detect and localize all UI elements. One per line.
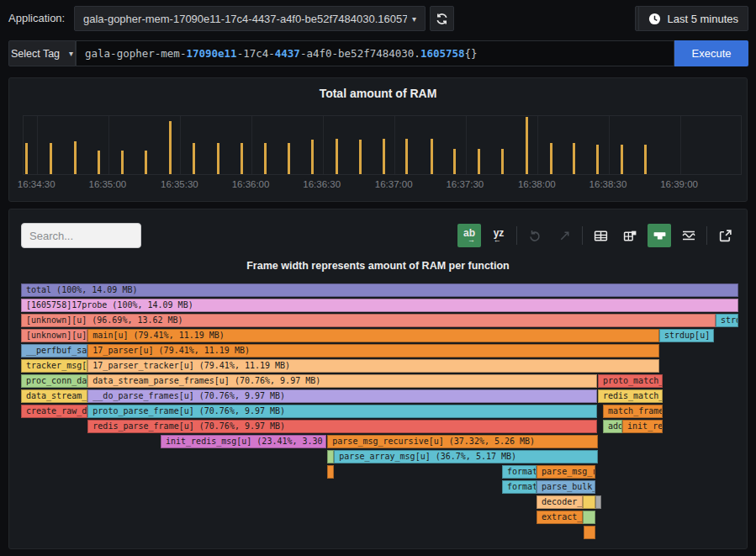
ram-spike: [501, 149, 504, 174]
flame-frame[interactable]: 17_parser[u] (79.41%, 11.19 MB): [87, 344, 659, 357]
query-token: {}: [465, 47, 478, 60]
ram-spike: [621, 145, 623, 174]
view-table-button[interactable]: [589, 224, 612, 247]
ram-spike: [193, 143, 195, 174]
time-range-button[interactable]: Last 5 minutes: [638, 6, 748, 31]
align-text-right-button[interactable]: yz ←: [487, 224, 510, 247]
flame-frame[interactable]: create_raw_dat: [21, 405, 87, 418]
x-axis-label: 16:34:30: [18, 179, 56, 189]
view-flamegraph-button[interactable]: [648, 224, 671, 247]
flame-frame[interactable]: proc_conn_data: [21, 374, 87, 388]
flame-frame[interactable]: parse_msg_re: [537, 465, 595, 479]
flame-frame[interactable]: init_redis_msg[u] (23.41%, 3.30 MB): [161, 435, 326, 448]
select-tag-label: Select Tag: [11, 48, 60, 60]
execute-button[interactable]: Execute: [674, 40, 748, 66]
flame-frame[interactable]: parse_array_msg[u] (36.7%, 5.17 MB): [334, 450, 598, 463]
flame-frame[interactable]: [327, 465, 334, 479]
ram-spike: [264, 143, 267, 174]
reset-focus-button[interactable]: [523, 224, 547, 247]
flame-frame[interactable]: init_re: [622, 420, 663, 433]
ram-spike: [550, 143, 552, 174]
x-axis-label: 16:36:00: [232, 179, 270, 189]
caret-down-icon: ▾: [412, 14, 416, 24]
application-dropdown-value: gala-gopher-mem-17090e11-17c4-4437-a4f0-…: [83, 13, 407, 25]
time-range-label: Last 5 minutes: [667, 13, 738, 25]
refresh-application-button[interactable]: [430, 6, 454, 31]
gridline: [609, 116, 610, 174]
flame-frame[interactable]: data_stream_parse_frames[u] (70.76%, 9.9…: [87, 374, 597, 388]
gridline: [37, 116, 38, 174]
ram-panel: Total amount of RAM 16:34:3016:35:0016:3…: [8, 77, 748, 202]
export-button[interactable]: [713, 224, 737, 247]
reset-sandwich-button[interactable]: [552, 224, 576, 247]
query-token-highlighted: 1605758: [420, 47, 465, 60]
gridline: [108, 116, 109, 174]
application-dropdown[interactable]: gala-gopher-mem-17090e11-17c4-4437-a4f0-…: [74, 6, 426, 31]
ram-spike: [573, 143, 575, 174]
ram-spike: [98, 151, 100, 174]
x-axis-label: 16:35:30: [161, 179, 198, 189]
ram-spike: [644, 145, 647, 174]
select-tag-button[interactable]: Select Tag ▾: [8, 40, 76, 66]
flame-frame[interactable]: strdup[u] (7: [659, 329, 714, 342]
toolbar-divider: [582, 226, 583, 245]
flame-frame[interactable]: format_: [502, 465, 537, 479]
ram-spike: [478, 149, 480, 174]
waves-icon: [681, 229, 696, 242]
flame-panel: ab → yz ←: [8, 209, 748, 549]
flame-frame[interactable]: tracker_msg[u]: [21, 359, 87, 373]
query-input[interactable]: gala-gopher-mem-17090e11-17c4-4437-a4f0-…: [76, 40, 674, 66]
clock-icon: [648, 13, 661, 25]
gridline: [180, 116, 181, 174]
flame-frame[interactable]: __perfbuf_samp: [21, 344, 87, 357]
flame-frame[interactable]: [327, 450, 334, 463]
flame-frame[interactable]: redis_match_f: [598, 389, 663, 403]
x-axis-label: 16:37:00: [375, 179, 413, 189]
flame-graph-icon: [653, 229, 667, 243]
flame-frame[interactable]: [1605758]17probe (100%, 14.09 MB): [21, 299, 738, 312]
ram-spike: [25, 143, 28, 174]
ram-spike: [50, 143, 52, 174]
flame-frame[interactable]: strd: [716, 314, 738, 327]
export-icon: [718, 229, 732, 243]
flame-frame[interactable]: redis_parse_frame[u] (70.76%, 9.97 MB): [87, 420, 597, 433]
align-text-left-button[interactable]: ab →: [457, 224, 481, 247]
flame-frame[interactable]: [583, 511, 595, 524]
gridline: [466, 116, 467, 174]
collapse-mode-button[interactable]: [677, 224, 700, 247]
view-both-button[interactable]: [618, 224, 642, 247]
flame-frame[interactable]: 17_parser_tracker[u] (79.41%, 11.19 MB): [87, 359, 659, 373]
flame-frame[interactable]: extract_pa: [537, 511, 583, 524]
flame-frame[interactable]: match_frames: [603, 405, 663, 418]
flame-graph-title: Frame width represents amount of RAM per…: [9, 260, 747, 272]
flame-frame[interactable]: total (100%, 14.09 MB): [21, 283, 738, 297]
flame-frame[interactable]: [unknown][u] (96.69%, 13.62 MB): [21, 314, 716, 327]
x-axis-label: 16:39:00: [660, 179, 698, 189]
ram-spike: [241, 143, 243, 174]
search-input[interactable]: [21, 223, 141, 248]
flame-frame[interactable]: [595, 495, 601, 509]
flame-frame[interactable]: [583, 495, 595, 509]
flame-frame[interactable]: proto_match_f: [598, 374, 663, 388]
flame-frame[interactable]: decoder_ex: [537, 495, 583, 509]
ram-spike: [145, 151, 147, 174]
flame-frame[interactable]: parse_msg_recursive[u] (37.32%, 5.26 MB): [327, 435, 598, 448]
flame-frame[interactable]: __do_parse_frames[u] (70.76%, 9.97 MB): [87, 389, 597, 403]
x-axis-label: 16:38:00: [518, 179, 556, 189]
flame-frame[interactable]: main[u] (79.41%, 11.19 MB): [87, 329, 659, 342]
flame-frame[interactable]: [584, 526, 595, 539]
flame-frame[interactable]: format_: [502, 480, 537, 494]
ram-spike: [596, 145, 599, 174]
query-token: gala-gopher-mem-: [85, 47, 186, 60]
flame-frame[interactable]: [unknown][u] (9: [21, 329, 87, 342]
table-and-flame-icon: [623, 229, 637, 243]
diagonal-arrow-icon: [558, 230, 571, 242]
flame-frame[interactable]: data_stream_ad: [21, 389, 87, 403]
x-axis-label: 16:35:00: [88, 179, 126, 189]
ram-spike: [311, 140, 314, 174]
ram-spike: [526, 117, 528, 174]
gridline: [537, 116, 538, 174]
flame-frame[interactable]: add_: [603, 420, 622, 433]
flame-frame[interactable]: proto_parse_frame[u] (70.76%, 9.97 MB): [87, 405, 597, 418]
flame-frame[interactable]: parse_bulk_s: [537, 480, 595, 494]
